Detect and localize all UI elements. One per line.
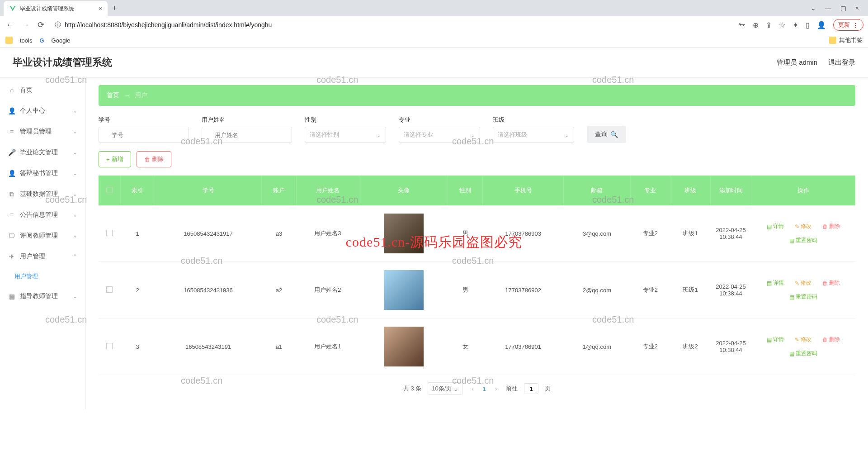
pager-size-select[interactable]: 10条/页⌄	[428, 382, 462, 395]
detail-link[interactable]: ▤详情	[767, 336, 784, 343]
toolbar-icons: 🗝 ⊕ ⇪ ☆ ✦ ▯ 👤 更新⋮	[738, 19, 863, 31]
name-input[interactable]	[202, 127, 292, 143]
pager-next[interactable]: ›	[492, 385, 500, 392]
class-select[interactable]: 请选择班级⌄	[493, 127, 574, 143]
user-role[interactable]: 管理员 admin	[777, 58, 817, 67]
monitor-icon: 🖵	[8, 232, 15, 239]
bookmark-tools[interactable]: tools	[20, 37, 32, 44]
cell-sid: 165085432431917	[155, 205, 261, 262]
th-class[interactable]: 班级	[670, 176, 711, 205]
th-gender[interactable]: 性别	[448, 176, 482, 205]
th-sid[interactable]: 学号	[155, 176, 261, 205]
forward-button[interactable]: →	[20, 20, 31, 30]
doc-icon: ▤	[789, 351, 794, 357]
checkbox[interactable]	[106, 343, 113, 349]
sidebar-item-advisor[interactable]: ▤指导教师管理⌄	[0, 286, 85, 307]
major-select[interactable]: 请选择专业⌄	[399, 127, 480, 143]
url-bar[interactable]: ⓘ http://localhost:8080/biyeshejichengji…	[51, 20, 734, 29]
pager-current[interactable]: 1	[483, 385, 486, 392]
trash-icon: 🗑	[822, 337, 828, 343]
url-text: http://localhost:8080/biyeshejichengjigu…	[65, 21, 272, 29]
info-icon[interactable]: ⓘ	[55, 21, 61, 29]
puzzle-icon[interactable]: ✦	[793, 21, 798, 29]
edit-link[interactable]: ✎修改	[795, 223, 811, 230]
browser-toolbar: ← → ⟳ ⓘ http://localhost:8080/biyeshejic…	[0, 16, 868, 33]
pager-prev[interactable]: ‹	[469, 385, 476, 392]
cell-time: 2022-04-25 10:38:44	[711, 262, 751, 319]
th-index[interactable]: 索引	[120, 176, 155, 205]
sidebar-item-defense[interactable]: 👤答辩秘书管理⌄	[0, 163, 85, 184]
reset-pwd-link[interactable]: ▤重置密码	[789, 237, 817, 244]
update-button[interactable]: 更新⋮	[833, 19, 863, 31]
cell-avatar	[359, 319, 448, 375]
checkbox-all[interactable]	[106, 187, 113, 193]
profile-icon[interactable]: 👤	[817, 21, 826, 29]
cell-sid: 165085432431936	[155, 262, 261, 319]
checkbox[interactable]	[106, 230, 113, 236]
maximize-icon[interactable]: ▢	[840, 5, 846, 12]
sidebar-item-home[interactable]: ⌂首页	[0, 80, 85, 100]
reset-pwd-link[interactable]: ▤重置密码	[789, 293, 817, 301]
close-icon[interactable]: ×	[99, 5, 102, 12]
th-account[interactable]: 账户	[262, 176, 296, 205]
sidebar-item-personal[interactable]: 👤个人中心⌄	[0, 100, 85, 121]
logout-button[interactable]: 退出登录	[828, 58, 855, 67]
th-time[interactable]: 添加时间	[711, 176, 751, 205]
chevron-down-icon: ⌄	[73, 293, 77, 300]
sidebar-item-user[interactable]: ✈用户管理⌃	[0, 246, 85, 267]
sidebar-item-base[interactable]: ⧉基础数据管理⌄	[0, 184, 85, 204]
reload-button[interactable]: ⟳	[35, 20, 46, 30]
doc-icon: ▤	[789, 294, 794, 300]
table-row: 316508543243191a1用户姓名1女177037869011@qq.c…	[99, 319, 855, 375]
detail-link[interactable]: ▤详情	[767, 279, 784, 287]
delete-button[interactable]: 🗑删除	[137, 151, 171, 167]
chevron-down-icon[interactable]: ⌄	[811, 5, 816, 12]
add-button[interactable]: +新增	[99, 151, 131, 167]
minimize-icon[interactable]: —	[825, 5, 831, 12]
detail-link[interactable]: ▤详情	[767, 223, 784, 230]
th-avatar[interactable]: 头像	[359, 176, 448, 205]
cell-account: a1	[262, 319, 296, 375]
zoom-icon[interactable]: ⊕	[753, 21, 759, 29]
gender-select[interactable]: 请选择性别⌄	[305, 127, 386, 143]
browser-tab[interactable]: 毕业设计成绩管理系统 ×	[4, 1, 108, 16]
edit-link[interactable]: ✎修改	[795, 279, 811, 287]
share-icon[interactable]: ⇪	[766, 21, 772, 29]
back-button[interactable]: ←	[5, 20, 15, 30]
bookmark-google[interactable]: Google	[52, 37, 71, 44]
breadcrumb-home[interactable]: 首页	[107, 91, 119, 100]
th-phone[interactable]: 手机号	[482, 176, 563, 205]
sidebar-subitem-user[interactable]: 用户管理	[0, 267, 85, 286]
chevron-down-icon: ⌄	[73, 128, 77, 135]
edit-icon: ✎	[795, 280, 799, 286]
cell-major: 专业2	[630, 319, 670, 375]
reset-pwd-link[interactable]: ▤重置密码	[789, 350, 817, 357]
window-close-icon[interactable]: ×	[855, 5, 859, 12]
th-major[interactable]: 专业	[630, 176, 670, 205]
cell-index: 2	[120, 262, 155, 319]
browser-chrome: 毕业设计成绩管理系统 × + ⌄ — ▢ × ← → ⟳ ⓘ http://lo…	[0, 0, 868, 48]
panel-icon[interactable]: ▯	[806, 21, 810, 29]
label-major: 专业	[399, 116, 480, 124]
sidebar-item-notice[interactable]: ≡公告信息管理⌄	[0, 204, 85, 225]
delete-link[interactable]: 🗑删除	[822, 223, 840, 230]
delete-link[interactable]: 🗑删除	[822, 336, 840, 343]
sidebar-item-thesis[interactable]: 🎤毕业论文管理⌄	[0, 142, 85, 163]
cell-class: 班级1	[670, 262, 711, 319]
sidebar-item-reviewer[interactable]: 🖵评阅教师管理⌄	[0, 225, 85, 246]
sid-input[interactable]	[99, 127, 189, 143]
delete-link[interactable]: 🗑删除	[822, 279, 840, 287]
checkbox[interactable]	[106, 286, 113, 293]
user-icon: 👤	[8, 107, 15, 114]
th-email[interactable]: 邮箱	[564, 176, 630, 205]
bookmark-other[interactable]: 其他书签	[829, 36, 863, 44]
new-tab-button[interactable]: +	[112, 4, 117, 13]
edit-link[interactable]: ✎修改	[795, 336, 811, 343]
sidebar-item-admin[interactable]: ≡管理员管理⌄	[0, 121, 85, 142]
query-button[interactable]: 查询🔍	[587, 126, 626, 143]
pager-goto-input[interactable]	[524, 383, 538, 394]
app-title: 毕业设计成绩管理系统	[13, 56, 112, 69]
th-name[interactable]: 用户姓名	[296, 176, 359, 205]
star-icon[interactable]: ☆	[779, 21, 785, 29]
key-icon[interactable]: 🗝	[738, 21, 745, 29]
